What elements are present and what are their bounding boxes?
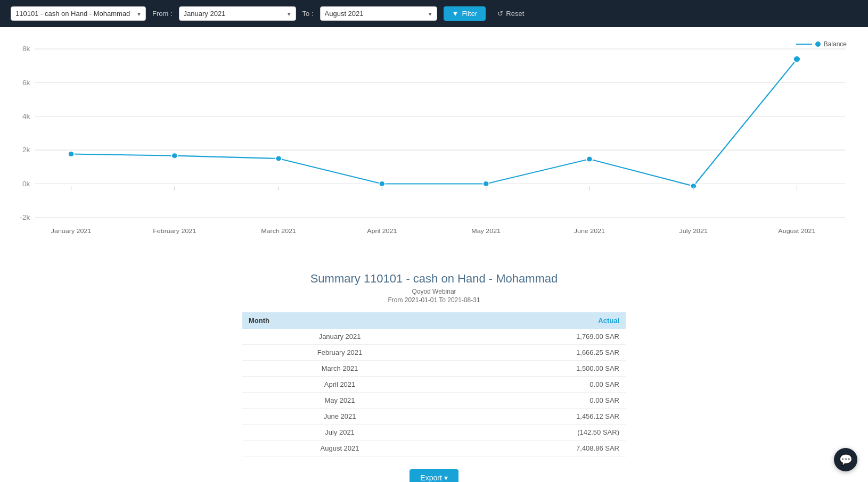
svg-text:April 2021: April 2021 [367, 228, 397, 235]
table-row: August 20217,408.86 SAR [242, 441, 626, 456]
svg-text:January 2021: January 2021 [51, 228, 92, 235]
cell-actual: 7,408.86 SAR [437, 441, 626, 456]
chat-icon: 💬 [839, 453, 853, 466]
cell-actual: 1,500.00 SAR [437, 361, 626, 377]
reset-label: Reset [506, 10, 524, 18]
svg-point-19 [793, 56, 801, 63]
reset-icon: ↺ [497, 10, 503, 18]
col-actual-header: Actual [437, 312, 626, 329]
svg-text:2k: 2k [22, 146, 30, 154]
from-select[interactable]: January 2021February 2021March 2021April… [179, 6, 296, 21]
legend-line [796, 44, 812, 45]
filter-button[interactable]: ▼ Filter [444, 6, 486, 21]
chart-container: Balance 8k 6k 4k 2k 0k -2k [11, 32, 857, 256]
summary-company: Qoyod Webinar [242, 288, 626, 295]
to-select-wrapper[interactable]: August 2021September 2021October 2021 ▼ [320, 6, 437, 21]
cell-month: March 2021 [242, 361, 437, 377]
cell-month: June 2021 [242, 409, 437, 425]
cell-month: April 2021 [242, 377, 437, 393]
svg-point-16 [483, 181, 489, 187]
table-row: May 20210.00 SAR [242, 393, 626, 409]
account-select-wrapper[interactable]: 110101 - cash on Hand - Mohammad ▼ [11, 6, 146, 21]
from-label: From : [152, 10, 173, 18]
export-label: Export ▾ [420, 473, 447, 482]
to-select[interactable]: August 2021September 2021October 2021 [320, 6, 437, 21]
svg-text:March 2021: March 2021 [261, 228, 296, 235]
cell-month: July 2021 [242, 425, 437, 441]
svg-point-13 [171, 153, 177, 159]
svg-text:0k: 0k [22, 180, 30, 187]
svg-text:4k: 4k [22, 112, 30, 120]
export-section: Export ▾ [242, 469, 626, 482]
table-row: March 20211,500.00 SAR [242, 361, 626, 377]
cell-month: February 2021 [242, 345, 437, 361]
cell-actual: 0.00 SAR [437, 377, 626, 393]
svg-text:8k: 8k [22, 45, 30, 53]
svg-text:-2k: -2k [20, 213, 30, 221]
summary-section: Summary 110101 - cash on Hand - Mohammad… [242, 272, 626, 482]
summary-title: Summary 110101 - cash on Hand - Mohammad [242, 272, 626, 286]
cell-actual: 1,769.00 SAR [437, 329, 626, 345]
svg-point-17 [586, 156, 592, 162]
cell-actual: 0.00 SAR [437, 393, 626, 409]
cell-actual: 1,666.25 SAR [437, 345, 626, 361]
cell-month: May 2021 [242, 393, 437, 409]
export-button[interactable]: Export ▾ [410, 469, 458, 482]
chat-bubble[interactable]: 💬 [834, 448, 857, 471]
cell-actual: 1,456.12 SAR [437, 409, 626, 425]
summary-table: Month Actual January 20211,769.00 SARFeb… [242, 312, 626, 456]
to-label: To : [302, 10, 314, 18]
chart-svg: 8k 6k 4k 2k 0k -2k January 2021 February… [11, 38, 857, 240]
svg-point-15 [379, 181, 385, 187]
cell-month: August 2021 [242, 441, 437, 456]
svg-text:August 2021: August 2021 [778, 228, 815, 235]
legend-label: Balance [824, 40, 847, 48]
from-select-wrapper[interactable]: January 2021February 2021March 2021April… [179, 6, 296, 21]
toolbar: 110101 - cash on Hand - Mohammad ▼ From … [0, 0, 868, 27]
svg-point-12 [68, 151, 74, 157]
summary-date-range: From 2021-01-01 To 2021-08-31 [242, 296, 626, 304]
svg-text:6k: 6k [22, 79, 30, 86]
cell-month: January 2021 [242, 329, 437, 345]
col-month-header: Month [242, 312, 437, 329]
account-select[interactable]: 110101 - cash on Hand - Mohammad [11, 6, 146, 21]
main-content: Balance 8k 6k 4k 2k 0k -2k [0, 27, 868, 482]
table-row: February 20211,666.25 SAR [242, 345, 626, 361]
reset-button[interactable]: ↺ Reset [492, 6, 529, 21]
chart-legend: Balance [796, 40, 847, 48]
filter-label: Filter [462, 10, 477, 18]
svg-text:May 2021: May 2021 [471, 228, 501, 235]
table-row: January 20211,769.00 SAR [242, 329, 626, 345]
svg-text:February 2021: February 2021 [153, 228, 196, 235]
table-row: April 20210.00 SAR [242, 377, 626, 393]
svg-text:June 2021: June 2021 [574, 228, 605, 235]
svg-point-14 [275, 156, 281, 162]
table-row: July 2021(142.50 SAR) [242, 425, 626, 441]
legend-dot [815, 41, 821, 47]
table-header-row: Month Actual [242, 312, 626, 329]
cell-actual: (142.50 SAR) [437, 425, 626, 441]
svg-text:July 2021: July 2021 [679, 228, 708, 235]
table-row: June 20211,456.12 SAR [242, 409, 626, 425]
filter-icon: ▼ [452, 10, 459, 18]
